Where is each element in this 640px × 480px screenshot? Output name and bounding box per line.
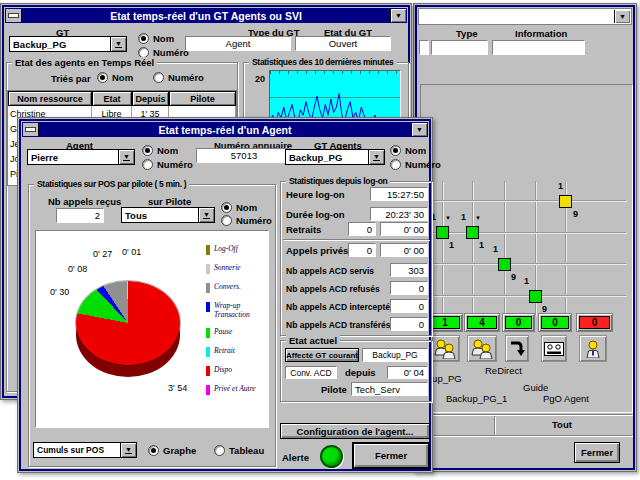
alerte-label: Alerte (282, 452, 309, 463)
legend-swatch (206, 347, 210, 357)
routing-node[interactable] (498, 258, 511, 271)
legend-label: Wrap-up Transaction (214, 302, 266, 319)
gt-agents-radio-nom[interactable]: Nom (390, 145, 426, 156)
nb-appels-recus-label: Nb appels reçus (48, 196, 121, 207)
combo-arrow-icon[interactable]: ▼ (119, 149, 135, 165)
combo-arrow-icon[interactable]: ▼ (121, 442, 137, 458)
cumuls-combobox-value: Cumuls sur POS (33, 442, 121, 458)
radio-graphe[interactable]: Graphe (148, 445, 196, 456)
routing-node[interactable] (559, 195, 572, 208)
sur-pilote-label: sur Pilote (148, 196, 191, 207)
pos-groupbox-caption: Statistiques sur POS par pilote ( 5 min.… (34, 179, 189, 189)
combo-arrow-icon[interactable]: ▼ (111, 36, 127, 52)
gt-combobox[interactable]: Backup_PG ▼ (9, 36, 127, 52)
gt-agents-radio-numero[interactable]: Numéro (390, 159, 441, 170)
resource-label-guide: Guide (523, 382, 548, 393)
agent-fermer-button[interactable]: Fermer (352, 442, 430, 469)
agents-group-icon[interactable] (430, 335, 460, 362)
pilote-radio-numero[interactable]: Numéro (221, 215, 272, 226)
agent-radio-numero[interactable]: Numéro (142, 159, 193, 170)
pie-label-convers: 0' 27 (93, 249, 112, 259)
legend-label: Pause (214, 328, 232, 337)
radio-tableau[interactable]: Tableau (214, 445, 264, 456)
resource-label-pgo-agent: PgO Agent (543, 393, 589, 404)
pie-chart-panel: 0' 27 0' 01 0' 08 0' 30 3' 54 Log-OffSon… (35, 230, 269, 428)
table-header-0[interactable]: Nom ressource (8, 91, 92, 106)
gt-radio-nom[interactable]: Nom (138, 33, 174, 44)
routing-node[interactable] (466, 226, 479, 239)
table-header-1[interactable]: Etat (92, 91, 132, 106)
combo-arrow-icon[interactable]: ▼ (199, 207, 215, 223)
type-field[interactable] (431, 40, 488, 55)
etat-actuel-caption: Etat actuel (286, 335, 340, 346)
cumuls-combobox[interactable]: Cumuls sur POS ▼ (33, 442, 137, 458)
node-top-count: 1 (524, 276, 529, 286)
legend-swatch (206, 264, 210, 274)
heure-logon-label: Heure log-on (286, 189, 345, 200)
retraits-label: Retraits (286, 224, 321, 235)
window-menu-arrow-icon[interactable]: ▼ (614, 10, 630, 23)
node-bottom-count: 9 (573, 209, 578, 219)
node-arrow-icon: ▼ (475, 215, 481, 221)
retraits-time-field: 0' 00 (380, 222, 428, 236)
agent-radio-nom[interactable]: Nom (142, 145, 178, 156)
etat-actuel-etat-field: Conv. ACD (285, 366, 337, 379)
node-top-count: 1 (493, 244, 498, 254)
alerte-led (320, 445, 343, 468)
legend-item: Dispo (206, 366, 266, 376)
redirect-icon[interactable] (505, 335, 529, 362)
legend-swatch (206, 245, 210, 255)
pie-legend: Log-OffSonnerieConvers.Wrap-up Transacti… (206, 245, 266, 395)
gt-agents-combobox-value: Backup_PG (285, 149, 369, 165)
divider (419, 435, 632, 436)
stats10-groupbox-caption: Statistiques des 10 dernières minutes (249, 57, 397, 67)
queue-counter: 4 (464, 313, 500, 332)
announcement-device-icon[interactable] (541, 335, 567, 362)
acd-servis-field: 303 (390, 263, 428, 277)
pie-label-wrapup: 0' 08 (68, 264, 87, 274)
y-axis-tick: 20 (255, 74, 265, 84)
supervision-titlebar[interactable]: ▼ (418, 8, 632, 25)
supervision-fermer-button[interactable]: Fermer (574, 442, 620, 463)
table-header-3[interactable]: Pilote (169, 91, 236, 106)
tout-tab[interactable]: Tout (552, 419, 572, 430)
table-header-2[interactable]: Depuis (132, 91, 169, 106)
legend-swatch (206, 385, 210, 395)
agent-titlebar[interactable]: Etat temps-réel d'un Agent ▼ (22, 122, 428, 137)
information-field[interactable] (492, 40, 585, 55)
supervision-window: ▼ Type Information 1 9 1 ▼ 1 (413, 3, 637, 472)
nb-appels-recus-field[interactable]: 2 (56, 208, 104, 223)
system-menu-icon[interactable] (6, 9, 22, 22)
type-du-gt-field: Agent (185, 36, 291, 51)
window-menu-arrow-icon[interactable]: ▼ (390, 9, 406, 22)
system-menu-icon[interactable] (23, 123, 39, 136)
window-menu-arrow-icon[interactable]: ▼ (411, 123, 427, 136)
sur-pilote-combobox[interactable]: Tous ▼ (121, 207, 215, 223)
agent-combobox[interactable]: Pierre ▼ (27, 149, 135, 165)
acd-interceptes-field: 0 (390, 299, 428, 313)
pilote-radio-nom[interactable]: Nom (221, 202, 257, 213)
gt-combobox-value: Backup_PG (9, 36, 111, 52)
combo-arrow-icon[interactable]: ▼ (369, 149, 385, 165)
agents-group-icon[interactable] (467, 335, 497, 362)
grid-line (429, 232, 626, 233)
grid-line (429, 295, 626, 296)
divider (494, 416, 495, 435)
tries-radio-nom[interactable]: Nom (97, 72, 133, 83)
affecte-gt-courant-button[interactable]: Affecté GT courant (285, 348, 359, 362)
acd-transferes-label: Nb appels ACD transférés (286, 320, 391, 330)
depuis-field: 0' 04 (387, 366, 428, 379)
divider (419, 414, 632, 415)
duree-logon-field: 20:23' 30 (370, 207, 428, 221)
appels-prives-count-field: 0 (348, 243, 376, 257)
tries-radio-numero[interactable]: Numéro (153, 72, 204, 83)
routing-node[interactable] (436, 226, 449, 239)
legend-item: Convers. (206, 283, 266, 293)
gt-titlebar[interactable]: Etat temps-réel d'un GT Agents ou SVI ▼ (5, 8, 407, 23)
routing-node[interactable] (529, 290, 542, 303)
agent-window-title: Etat temps-réel d'un Agent (159, 124, 292, 136)
gt-agents-combobox[interactable]: Backup_PG ▼ (285, 149, 385, 165)
agent-icon[interactable] (579, 335, 607, 362)
node-arrow-icon: ▼ (445, 215, 451, 221)
configuration-agent-button[interactable]: Configuration de l'agent... (280, 423, 430, 439)
